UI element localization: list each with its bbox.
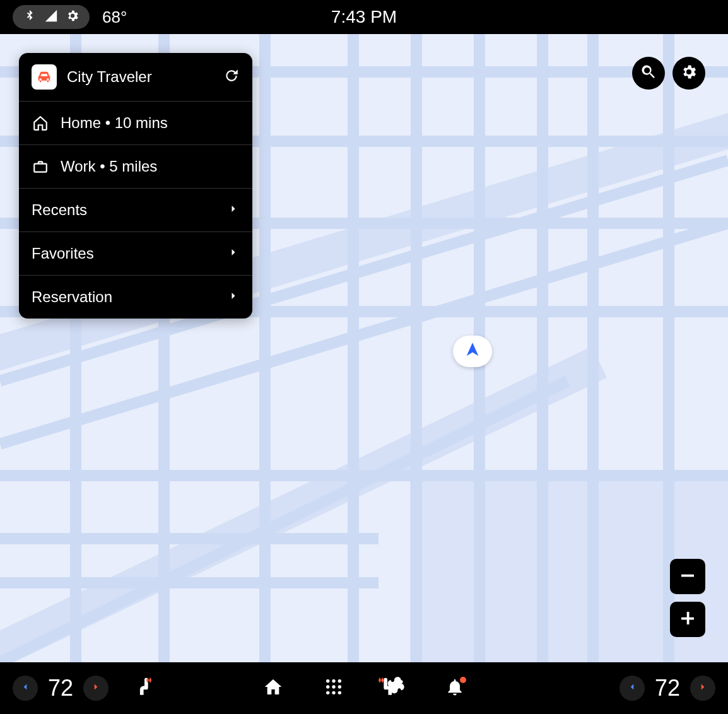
gear-icon: [66, 9, 79, 25]
outside-temp: 68°: [102, 8, 127, 27]
svg-rect-22: [34, 164, 47, 172]
bluetooth-icon: [23, 9, 37, 25]
svg-point-33: [332, 691, 335, 694]
zoom-in-button[interactable]: [670, 602, 705, 637]
climate-left-temp: 72: [48, 675, 73, 701]
refresh-button[interactable]: [223, 67, 240, 86]
svg-rect-23: [681, 575, 694, 577]
seat-heat-left[interactable]: [134, 676, 155, 700]
panel-header: City Traveler: [19, 53, 252, 102]
menu-reservation-label: Reservation: [32, 288, 216, 306]
status-pill: [13, 5, 90, 29]
signal-icon: [44, 9, 58, 25]
chevron-right-icon: [697, 681, 708, 695]
menu-favorites-label: Favorites: [32, 245, 216, 262]
minus-icon: [678, 566, 697, 587]
nav-icons: [262, 677, 466, 699]
menu-recents[interactable]: Recents: [19, 189, 252, 232]
climate-left: 72: [13, 675, 109, 701]
zoom-out-button[interactable]: [670, 559, 705, 594]
system-bar: 72 72: [0, 662, 728, 714]
climate-right-up[interactable]: [690, 676, 715, 701]
navigation-arrow-icon: [464, 341, 481, 361]
climate-right: 72: [619, 675, 715, 701]
climate-left-down[interactable]: [13, 676, 38, 701]
clock: 7:43 PM: [331, 7, 397, 27]
destination-work[interactable]: Work • 5 miles: [19, 145, 252, 189]
status-bar: 68° 7:43 PM: [0, 0, 728, 34]
climate-right-down[interactable]: [619, 676, 645, 701]
current-location-marker[interactable]: [453, 336, 492, 367]
chevron-right-icon: [90, 681, 102, 695]
notification-dot-icon: [460, 677, 466, 683]
nav-notifications-button[interactable]: [443, 677, 466, 699]
menu-reservation[interactable]: Reservation: [19, 276, 252, 319]
menu-favorites[interactable]: Favorites: [19, 232, 252, 276]
destination-home-label: Home • 10 mins: [61, 114, 240, 132]
app-icon: [32, 64, 57, 90]
svg-point-34: [338, 691, 341, 694]
chevron-left-icon: [626, 681, 638, 695]
climate-left-up[interactable]: [83, 676, 109, 701]
apps-grid-icon: [324, 677, 344, 699]
plus-icon: [678, 609, 697, 630]
home-icon: [32, 115, 49, 131]
destination-panel: City Traveler Home • 10 mins Work • 5 mi…: [19, 53, 252, 319]
gear-icon: [680, 63, 698, 83]
svg-point-30: [332, 685, 335, 688]
nav-home-button[interactable]: [262, 677, 285, 699]
menu-recents-label: Recents: [32, 201, 216, 219]
map-canvas[interactable]: City Traveler Home • 10 mins Work • 5 mi…: [0, 34, 728, 662]
app-title: City Traveler: [67, 68, 213, 86]
svg-point-32: [326, 691, 329, 694]
svg-rect-25: [687, 612, 690, 624]
nav-apps-button[interactable]: [322, 677, 345, 699]
svg-point-29: [326, 685, 329, 688]
svg-point-26: [326, 679, 329, 682]
chevron-left-icon: [20, 681, 31, 695]
map-search-button[interactable]: [632, 57, 665, 90]
svg-point-28: [338, 679, 341, 682]
map-settings-button[interactable]: [672, 57, 705, 90]
climate-right-temp: 72: [655, 675, 680, 701]
chevron-right-icon: [227, 201, 240, 219]
destination-work-label: Work • 5 miles: [61, 158, 240, 175]
seat-heat-icon: [134, 689, 155, 699]
search-icon: [640, 63, 657, 83]
home-icon: [263, 677, 283, 699]
nav-hvac-button[interactable]: [383, 677, 406, 699]
svg-point-27: [332, 679, 335, 682]
chevron-right-icon: [227, 245, 240, 262]
fan-icon: [384, 677, 404, 699]
chevron-right-icon: [227, 288, 240, 306]
svg-point-31: [338, 685, 341, 688]
destination-home[interactable]: Home • 10 mins: [19, 102, 252, 145]
work-icon: [32, 158, 49, 175]
